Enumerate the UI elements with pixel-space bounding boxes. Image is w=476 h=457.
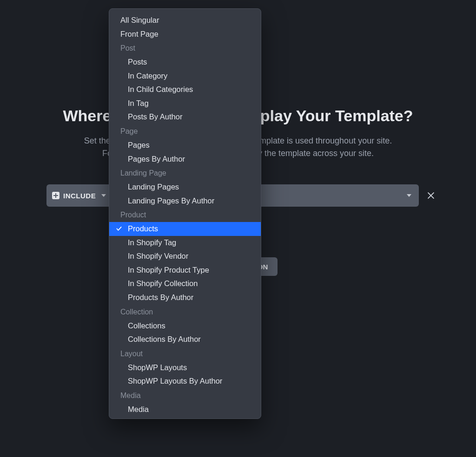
dropdown-item-label: In Shopify Vendor [128, 252, 188, 260]
dropdown-group-header: Product [109, 208, 261, 222]
check-icon [116, 225, 122, 232]
condition-type-dropdown[interactable]: All SingularFront PagePostPostsIn Catego… [109, 8, 261, 419]
dropdown-item-label: Posts By Author [128, 112, 182, 121]
dropdown-item-label: Media [128, 405, 149, 413]
dropdown-subitem[interactable]: In Category [109, 69, 261, 83]
dropdown-item-label: Collections By Author [128, 335, 201, 343]
dropdown-group-header: Page [109, 124, 261, 138]
dropdown-item-label: In Shopify Tag [128, 238, 176, 247]
dropdown-subitem[interactable]: In Shopify Tag [109, 236, 261, 250]
dropdown-subitem[interactable]: Collections [109, 319, 261, 333]
dropdown-item-label: Landing Pages [128, 183, 179, 191]
dropdown-subitem[interactable]: ShopWP Layouts [109, 361, 261, 375]
dropdown-item-label: In Shopify Product Type [128, 266, 209, 274]
dropdown-group-header: Post [109, 41, 261, 55]
dropdown-subitem[interactable]: Landing Pages By Author [109, 194, 261, 208]
dropdown-item-label: All Singular [120, 16, 159, 24]
chevron-down-icon [407, 194, 411, 197]
dropdown-group-header: Media [109, 388, 261, 403]
dropdown-subitem[interactable]: In Shopify Vendor [109, 249, 261, 263]
chevron-down-icon [101, 194, 106, 197]
dropdown-subitem[interactable]: Posts [109, 55, 261, 69]
include-label: INCLUDE [63, 192, 96, 200]
dropdown-subitem[interactable]: Products By Author [109, 291, 261, 305]
dropdown-item-label: Products [128, 224, 158, 233]
dropdown-subitem[interactable]: In Shopify Collection [109, 277, 261, 291]
dropdown-item-label: Pages [128, 141, 150, 149]
dropdown-subitem[interactable]: Media By Author [109, 416, 261, 419]
dropdown-item-label: ShopWP Layouts [128, 363, 187, 372]
dropdown-subitem[interactable]: In Tag [109, 97, 261, 111]
dropdown-item-label: In Tag [128, 99, 149, 107]
dropdown-subitem[interactable]: In Shopify Product Type [109, 263, 261, 277]
include-selector[interactable]: INCLUDE [46, 184, 112, 207]
dropdown-item-label: Posts [128, 58, 147, 66]
dropdown-item[interactable]: Front Page [109, 27, 261, 41]
dropdown-group-header: Layout [109, 346, 261, 361]
dropdown-subitem[interactable]: Pages [109, 138, 261, 152]
dropdown-item-label: In Shopify Collection [128, 279, 198, 287]
dropdown-item-label: Front Page [120, 30, 159, 38]
dropdown-subitem[interactable]: Pages By Author [109, 152, 261, 166]
dropdown-subitem[interactable]: Media [109, 403, 261, 417]
dropdown-item-label: Collections [128, 321, 165, 330]
dropdown-item[interactable]: All Singular [109, 13, 261, 27]
dropdown-item-label: Landing Pages By Author [128, 196, 214, 205]
dropdown-subitem[interactable]: Posts By Author [109, 110, 261, 124]
dropdown-subitem[interactable]: Collections By Author [109, 333, 261, 346]
dropdown-subitem[interactable]: ShopWP Layouts By Author [109, 374, 261, 388]
dropdown-item-label: Media By Author [128, 418, 184, 419]
dropdown-subitem[interactable]: Landing Pages [109, 180, 261, 194]
dropdown-item-label: Products By Author [128, 293, 193, 301]
dropdown-item-label: In Child Categories [128, 85, 193, 93]
dropdown-subitem[interactable]: Products [109, 222, 261, 236]
dropdown-item-label: ShopWP Layouts By Author [128, 377, 222, 385]
remove-condition-button[interactable] [423, 184, 439, 207]
dropdown-group-header: Collection [109, 305, 261, 319]
dropdown-group-header: Landing Page [109, 166, 261, 180]
dropdown-item-label: In Category [128, 72, 167, 80]
dropdown-item-label: Pages By Author [128, 155, 185, 163]
plus-icon [52, 192, 60, 199]
dropdown-subitem[interactable]: In Child Categories [109, 83, 261, 97]
